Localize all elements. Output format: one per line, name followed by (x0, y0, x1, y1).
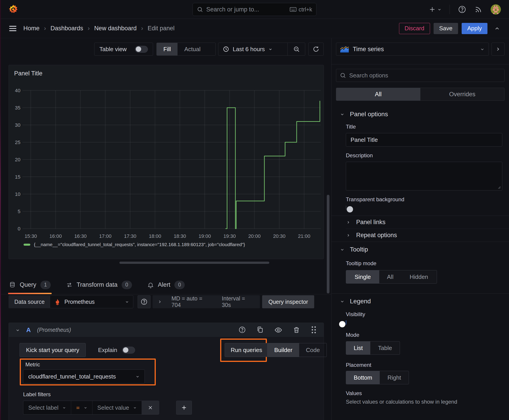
transparent-bg-toggle[interactable] (346, 205, 346, 210)
search-icon (197, 6, 203, 13)
breadcrumb-new-dashboard[interactable]: New dashboard (94, 25, 137, 32)
eye-icon[interactable] (274, 326, 282, 334)
chevron-down-icon (136, 375, 140, 378)
kick-start-button[interactable]: Kick start your query (20, 343, 86, 357)
code-option[interactable]: Code (299, 343, 327, 357)
chevron-down-icon (340, 299, 344, 304)
chevron-up-icon[interactable] (494, 26, 500, 31)
apply-button[interactable]: Apply (462, 23, 487, 34)
builder-code-switch: Builder Code (267, 343, 327, 357)
legend-visibility-label: Visibility (346, 311, 509, 317)
legend-series-label[interactable]: {__name__="cloudflared_tunnel_total_requ… (34, 242, 245, 247)
datasource-select[interactable]: Prometheus (50, 295, 133, 308)
run-queries-button[interactable]: Run queries (225, 343, 268, 357)
save-button[interactable]: Save (433, 23, 458, 34)
tab-alert[interactable]: Alert 0 (146, 276, 186, 294)
chart-svg[interactable]: 051015202530354015:3016:0016:3017:0017:3… (9, 79, 324, 241)
panel-options-section[interactable]: Panel options (332, 111, 509, 118)
breadcrumb-separator: › (44, 25, 46, 32)
discard-button[interactable]: Discard (399, 23, 430, 34)
query-row-header[interactable]: A (Prometheus) (9, 323, 324, 337)
panel-title-input[interactable] (346, 133, 502, 147)
trash-icon[interactable] (293, 326, 300, 334)
chevron-right-icon (158, 300, 162, 304)
news-icon[interactable] (474, 5, 483, 14)
query-help-icon[interactable] (238, 326, 246, 334)
breadcrumb-home[interactable]: Home (23, 25, 39, 32)
grafana-logo[interactable] (8, 4, 18, 15)
prometheus-icon (54, 298, 61, 305)
svg-text:35: 35 (15, 105, 20, 111)
query-options-strip[interactable]: MD = auto = 704 Interval = 30s (153, 295, 260, 308)
breadcrumb-dashboards[interactable]: Dashboards (51, 25, 83, 32)
explain-toggle[interactable] (122, 347, 135, 354)
metric-select[interactable]: cloudflared_tunnel_total_requests (23, 369, 145, 383)
chevron-down-icon (268, 47, 273, 51)
table-view-control: Table view (94, 43, 153, 56)
add-menu-button[interactable] (429, 6, 441, 13)
tab-transform-data[interactable]: Transform data 0 (65, 276, 133, 294)
remove-filter-button[interactable] (142, 401, 159, 414)
duplicate-icon[interactable] (256, 326, 264, 334)
operator-dropdown[interactable]: = (71, 401, 92, 414)
options-search[interactable] (336, 69, 504, 82)
legend-visibility-toggle[interactable] (346, 320, 346, 325)
legend-section[interactable]: Legend (332, 298, 509, 305)
chevron-down-icon (437, 8, 441, 11)
legend-list-option[interactable]: List (346, 341, 370, 354)
legend-mode-label: Mode (346, 332, 509, 338)
select-label-dropdown[interactable]: Select label (23, 401, 71, 414)
collapse-options-button[interactable] (492, 43, 504, 56)
svg-text:15: 15 (15, 174, 20, 180)
query-inspector-button[interactable]: Query inspector (262, 295, 314, 308)
label-filter-row: Select label = Select value (23, 401, 159, 415)
tab-all[interactable]: All (336, 88, 420, 100)
tooltip-hidden-option[interactable]: Hidden (401, 270, 436, 283)
svg-text:18:30: 18:30 (174, 233, 186, 239)
resize-handle[interactable] (119, 262, 269, 264)
tooltip-mode-switch: Single All Hidden (346, 270, 437, 284)
drag-handle-icon[interactable] (311, 326, 317, 334)
global-search[interactable]: ctrl+k (193, 3, 316, 16)
fill-option[interactable]: Fill (157, 43, 177, 55)
help-icon[interactable] (458, 5, 466, 14)
time-range-picker: Last 6 hours (218, 43, 305, 56)
breadcrumb: Home › Dashboards › New dashboard › Edit… (23, 25, 175, 32)
visualization-picker[interactable]: Time series (336, 43, 489, 56)
options-search-input[interactable] (349, 72, 501, 79)
svg-text:16:30: 16:30 (74, 233, 87, 239)
select-value-dropdown[interactable]: Select value (92, 401, 142, 414)
label-filters-label: Label filters (23, 391, 51, 398)
options-divider (332, 64, 509, 64)
tooltip-single-option[interactable]: Single (346, 270, 379, 283)
chevron-right-icon (346, 220, 350, 224)
tab-query[interactable]: Query 1 (8, 276, 52, 294)
menu-icon[interactable] (9, 26, 17, 31)
tab-overrides[interactable]: Overrides (420, 88, 504, 100)
chevron-down-icon (62, 406, 66, 409)
actual-option[interactable]: Actual (177, 43, 207, 55)
repeat-options-section[interactable]: Repeat options (332, 229, 509, 242)
tooltip-section[interactable]: Tooltip (332, 246, 509, 253)
time-range-button[interactable]: Last 6 hours (218, 46, 288, 53)
panel-links-section[interactable]: Panel links (332, 216, 509, 229)
tooltip-all-option[interactable]: All (379, 270, 401, 283)
table-view-toggle[interactable] (135, 46, 148, 53)
builder-option[interactable]: Builder (267, 343, 299, 357)
datasource-help-icon[interactable] (137, 295, 151, 308)
search-shortcut: ctrl+k (290, 6, 312, 13)
query-datasource-hint: (Prometheus) (37, 327, 71, 333)
description-textarea[interactable] (346, 162, 502, 190)
global-search-input[interactable] (206, 6, 287, 13)
datasource-label: Data source (8, 295, 51, 308)
legend-table-option[interactable]: Table (370, 341, 400, 354)
plus-icon (181, 405, 187, 411)
svg-text:40: 40 (15, 88, 20, 93)
avatar[interactable] (491, 4, 501, 15)
placement-right-option[interactable]: Right (380, 371, 409, 384)
placement-bottom-option[interactable]: Bottom (346, 371, 380, 384)
zoom-out-icon[interactable] (288, 43, 305, 55)
timeseries-viz-icon (340, 46, 349, 52)
refresh-button[interactable] (308, 43, 324, 56)
add-filter-button[interactable] (176, 401, 192, 415)
